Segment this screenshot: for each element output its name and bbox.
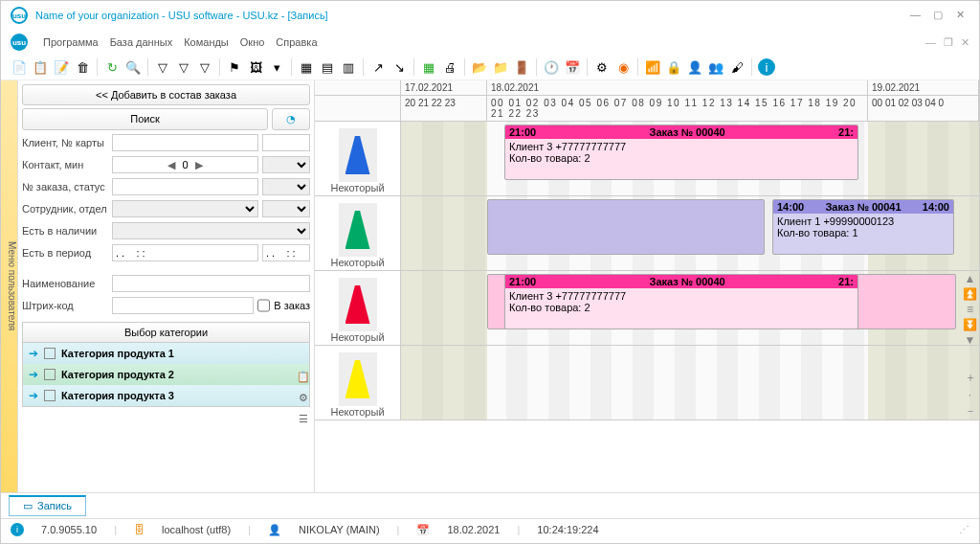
date-icon: 📅 [416,524,430,536]
open-icon[interactable]: 📂 [471,58,488,76]
resize-grip-icon[interactable]: ⋰ [959,524,969,536]
category-checkbox[interactable] [44,348,56,359]
new-icon[interactable]: 📄 [11,58,28,76]
instock-select[interactable] [112,222,310,239]
clock-icon[interactable]: 🕐 [543,58,560,76]
dept-select[interactable] [262,200,310,217]
contact-spinner[interactable]: ◀ 0 ▶ [112,156,258,173]
menu-window[interactable]: Окно [240,36,265,48]
delete-icon[interactable]: 🗑 [74,58,91,76]
track-fill [487,199,765,255]
zoom-out-icon[interactable]: － [963,403,977,419]
filter3-icon[interactable]: ▽ [196,58,213,76]
info-icon[interactable]: i [758,58,775,76]
color-icon[interactable]: ◉ [614,58,632,76]
gantt-chart: 17.02.2021 18.02.2021 19.02.2021 20 21 2… [315,80,979,492]
menu-commands[interactable]: Команды [184,36,229,48]
tool3-icon[interactable]: ▥ [340,58,357,76]
label-employee: Сотрудник, отдел [22,203,108,215]
product-thumb-3 [339,278,377,331]
list-panel-icon[interactable]: ☰ [295,410,312,427]
nav-down-icon[interactable]: ▼ [963,333,977,347]
category-checkbox[interactable] [44,390,56,401]
print-icon[interactable]: 🖨 [441,58,458,76]
import-icon[interactable]: ↘ [390,58,408,76]
order-block-2[interactable]: 14:00Заказ № 0004114:00 Клиент 1 +999900… [772,199,954,255]
product-thumb-1 [339,128,377,182]
spin-left-icon[interactable]: ◀ [165,159,178,171]
employee-select[interactable] [112,200,258,217]
tool2-icon[interactable]: ▤ [319,58,336,76]
settings-panel-icon[interactable]: ⚙ [295,389,312,406]
inorder-checkbox[interactable] [257,297,270,314]
status-time: 10:24:19:224 [537,524,598,535]
status-info-icon[interactable]: i [11,523,24,536]
nav-double-down-icon[interactable]: ⏬ [963,318,977,331]
barcode-input[interactable] [112,297,254,314]
category-row-1[interactable]: ➔Категория продукта 1 [23,343,309,364]
category-row-2[interactable]: ➔Категория продукта 2 [23,364,309,385]
period-to-input[interactable] [262,244,310,261]
sidebar-user-menu-tab[interactable]: Меню пользователя [1,80,18,492]
gantt-nav: ▲ ⏫ ≡ ⏬ ▼ ＋ · － [963,272,977,419]
menu-program[interactable]: Программа [43,36,99,48]
period-from-input[interactable] [112,244,258,261]
status-select[interactable] [262,178,310,195]
maximize-icon[interactable]: ▢ [933,9,947,22]
product-thumb-4 [339,352,377,406]
gear-icon[interactable]: ⚙ [593,58,611,76]
zoom-in-icon[interactable]: ＋ [963,370,977,386]
label-instock: Есть в наличии [22,225,108,237]
nav-collapse-icon[interactable]: ≡ [963,303,977,316]
copy-icon[interactable]: 📋 [32,58,49,76]
spin-right-icon[interactable]: ▶ [192,159,206,171]
calendar-icon[interactable]: 📅 [564,58,581,76]
exit-icon[interactable]: 🚪 [513,58,530,76]
copy-panel-icon[interactable]: 📋 [295,368,312,385]
image-icon[interactable]: 🖼 [247,58,264,76]
brand-icon[interactable]: usu [11,34,28,51]
folder-icon[interactable]: 📁 [492,58,509,76]
search-button[interactable]: Поиск [22,108,268,130]
lock-icon[interactable]: 🔒 [665,58,682,76]
edit-icon[interactable]: 📝 [53,58,70,76]
filter2-icon[interactable]: ▽ [175,58,192,76]
card-input[interactable] [262,134,310,151]
filter-icon[interactable]: ▽ [154,58,171,76]
add-to-order-button[interactable]: << Добавить в состав заказа [22,84,310,105]
nav-double-up-icon[interactable]: ⏫ [963,287,977,301]
label-barcode: Штрих-код [22,300,108,311]
name-input[interactable] [112,275,310,292]
order-block-3[interactable]: 21:00Заказ № 0004021: Клиент 3 +77777777… [504,274,858,329]
category-row-3[interactable]: ➔Категория продукта 3 [23,385,309,406]
category-checkbox[interactable] [44,369,56,380]
flag-icon[interactable]: ⚑ [226,58,243,76]
chevron-down-icon[interactable]: ▾ [268,58,285,76]
refresh-icon[interactable]: ↻ [103,58,121,76]
tool1-icon[interactable]: ▦ [298,58,315,76]
menu-database[interactable]: База данных [110,36,173,48]
export-icon[interactable]: ↗ [369,58,387,76]
search-aux-button[interactable]: ◔ [272,108,310,130]
minimize-icon[interactable]: — [910,9,924,22]
user1-icon[interactable]: 👤 [686,58,703,76]
menu-help[interactable]: Справка [276,36,317,48]
excel-icon[interactable]: ▦ [420,58,437,76]
client-input[interactable] [112,134,258,151]
hours-1: 20 21 22 23 [401,96,487,121]
zoom-reset-icon[interactable]: · [963,388,977,401]
brush-icon[interactable]: 🖌 [728,58,746,76]
date-header-1: 17.02.2021 [401,80,487,95]
tab-record[interactable]: ▭Запись [9,495,86,516]
order-block-1[interactable]: 21:00Заказ № 0004021: Клиент 3 +77777777… [504,125,858,180]
contact-select[interactable] [262,156,310,173]
order-input[interactable] [112,178,258,195]
users-icon[interactable]: 👥 [707,58,724,76]
close-icon[interactable]: ✕ [956,9,969,22]
nav-up-icon[interactable]: ▲ [963,272,977,285]
rss-icon[interactable]: 📶 [644,58,661,76]
mdi-restore-icon[interactable]: ❐ [944,36,953,49]
search-icon[interactable]: 🔍 [124,58,142,76]
mdi-close-icon[interactable]: ✕ [961,36,969,49]
mdi-minimize-icon[interactable]: — [925,36,936,49]
